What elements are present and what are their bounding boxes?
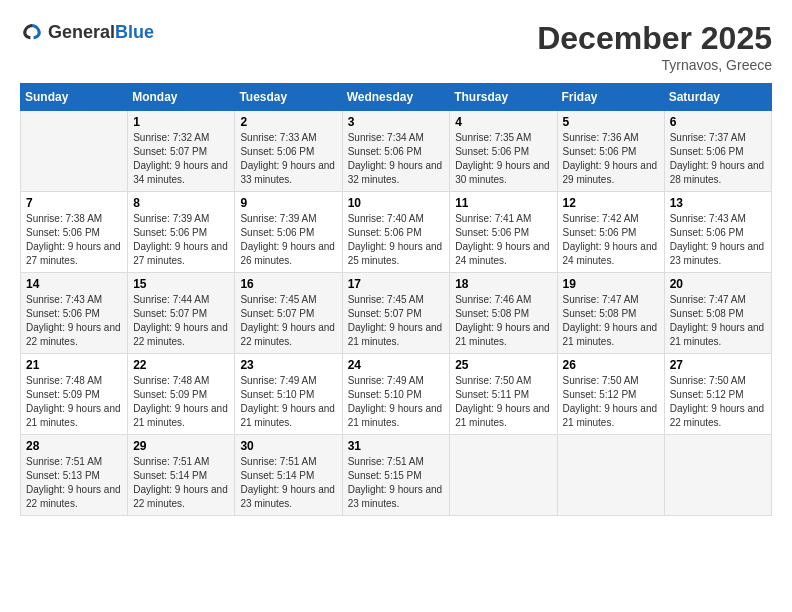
day-info: Sunrise: 7:48 AMSunset: 5:09 PMDaylight:… <box>26 374 122 430</box>
day-info: Sunrise: 7:42 AMSunset: 5:06 PMDaylight:… <box>563 212 659 268</box>
day-number: 11 <box>455 196 551 210</box>
header-thursday: Thursday <box>450 84 557 111</box>
calendar-cell: 2Sunrise: 7:33 AMSunset: 5:06 PMDaylight… <box>235 111 342 192</box>
calendar-cell: 6Sunrise: 7:37 AMSunset: 5:06 PMDaylight… <box>664 111 771 192</box>
header-monday: Monday <box>128 84 235 111</box>
day-info: Sunrise: 7:41 AMSunset: 5:06 PMDaylight:… <box>455 212 551 268</box>
day-info: Sunrise: 7:51 AMSunset: 5:14 PMDaylight:… <box>240 455 336 511</box>
calendar-week-5: 28Sunrise: 7:51 AMSunset: 5:13 PMDayligh… <box>21 435 772 516</box>
day-info: Sunrise: 7:47 AMSunset: 5:08 PMDaylight:… <box>563 293 659 349</box>
calendar-cell: 19Sunrise: 7:47 AMSunset: 5:08 PMDayligh… <box>557 273 664 354</box>
header: GeneralBlue December 2025 Tyrnavos, Gree… <box>20 20 772 73</box>
calendar-cell: 31Sunrise: 7:51 AMSunset: 5:15 PMDayligh… <box>342 435 450 516</box>
calendar-cell <box>557 435 664 516</box>
calendar-cell: 17Sunrise: 7:45 AMSunset: 5:07 PMDayligh… <box>342 273 450 354</box>
day-info: Sunrise: 7:39 AMSunset: 5:06 PMDaylight:… <box>133 212 229 268</box>
day-number: 27 <box>670 358 766 372</box>
calendar-cell: 7Sunrise: 7:38 AMSunset: 5:06 PMDaylight… <box>21 192 128 273</box>
day-number: 29 <box>133 439 229 453</box>
day-number: 1 <box>133 115 229 129</box>
calendar-week-1: 1Sunrise: 7:32 AMSunset: 5:07 PMDaylight… <box>21 111 772 192</box>
day-info: Sunrise: 7:49 AMSunset: 5:10 PMDaylight:… <box>240 374 336 430</box>
calendar-cell: 11Sunrise: 7:41 AMSunset: 5:06 PMDayligh… <box>450 192 557 273</box>
day-number: 6 <box>670 115 766 129</box>
day-info: Sunrise: 7:45 AMSunset: 5:07 PMDaylight:… <box>348 293 445 349</box>
calendar-cell: 29Sunrise: 7:51 AMSunset: 5:14 PMDayligh… <box>128 435 235 516</box>
day-info: Sunrise: 7:35 AMSunset: 5:06 PMDaylight:… <box>455 131 551 187</box>
day-number: 22 <box>133 358 229 372</box>
day-info: Sunrise: 7:34 AMSunset: 5:06 PMDaylight:… <box>348 131 445 187</box>
calendar-cell: 20Sunrise: 7:47 AMSunset: 5:08 PMDayligh… <box>664 273 771 354</box>
header-wednesday: Wednesday <box>342 84 450 111</box>
calendar-cell: 27Sunrise: 7:50 AMSunset: 5:12 PMDayligh… <box>664 354 771 435</box>
calendar-cell: 21Sunrise: 7:48 AMSunset: 5:09 PMDayligh… <box>21 354 128 435</box>
day-number: 26 <box>563 358 659 372</box>
day-number: 25 <box>455 358 551 372</box>
day-number: 8 <box>133 196 229 210</box>
logo: GeneralBlue <box>20 20 154 44</box>
calendar-cell <box>450 435 557 516</box>
day-info: Sunrise: 7:51 AMSunset: 5:15 PMDaylight:… <box>348 455 445 511</box>
day-info: Sunrise: 7:44 AMSunset: 5:07 PMDaylight:… <box>133 293 229 349</box>
day-number: 13 <box>670 196 766 210</box>
calendar-cell: 25Sunrise: 7:50 AMSunset: 5:11 PMDayligh… <box>450 354 557 435</box>
day-number: 12 <box>563 196 659 210</box>
calendar-week-4: 21Sunrise: 7:48 AMSunset: 5:09 PMDayligh… <box>21 354 772 435</box>
day-number: 2 <box>240 115 336 129</box>
day-number: 21 <box>26 358 122 372</box>
day-number: 15 <box>133 277 229 291</box>
calendar-cell: 9Sunrise: 7:39 AMSunset: 5:06 PMDaylight… <box>235 192 342 273</box>
calendar-cell: 3Sunrise: 7:34 AMSunset: 5:06 PMDaylight… <box>342 111 450 192</box>
day-info: Sunrise: 7:43 AMSunset: 5:06 PMDaylight:… <box>26 293 122 349</box>
day-info: Sunrise: 7:49 AMSunset: 5:10 PMDaylight:… <box>348 374 445 430</box>
day-info: Sunrise: 7:38 AMSunset: 5:06 PMDaylight:… <box>26 212 122 268</box>
calendar-cell: 16Sunrise: 7:45 AMSunset: 5:07 PMDayligh… <box>235 273 342 354</box>
calendar-cell: 18Sunrise: 7:46 AMSunset: 5:08 PMDayligh… <box>450 273 557 354</box>
calendar-week-3: 14Sunrise: 7:43 AMSunset: 5:06 PMDayligh… <box>21 273 772 354</box>
day-info: Sunrise: 7:32 AMSunset: 5:07 PMDaylight:… <box>133 131 229 187</box>
day-number: 28 <box>26 439 122 453</box>
logo-text: GeneralBlue <box>48 22 154 43</box>
day-info: Sunrise: 7:47 AMSunset: 5:08 PMDaylight:… <box>670 293 766 349</box>
day-info: Sunrise: 7:48 AMSunset: 5:09 PMDaylight:… <box>133 374 229 430</box>
day-info: Sunrise: 7:33 AMSunset: 5:06 PMDaylight:… <box>240 131 336 187</box>
calendar-cell: 24Sunrise: 7:49 AMSunset: 5:10 PMDayligh… <box>342 354 450 435</box>
calendar-cell: 30Sunrise: 7:51 AMSunset: 5:14 PMDayligh… <box>235 435 342 516</box>
calendar-week-2: 7Sunrise: 7:38 AMSunset: 5:06 PMDaylight… <box>21 192 772 273</box>
day-info: Sunrise: 7:50 AMSunset: 5:11 PMDaylight:… <box>455 374 551 430</box>
day-number: 18 <box>455 277 551 291</box>
calendar-cell: 15Sunrise: 7:44 AMSunset: 5:07 PMDayligh… <box>128 273 235 354</box>
calendar-body: 1Sunrise: 7:32 AMSunset: 5:07 PMDaylight… <box>21 111 772 516</box>
header-sunday: Sunday <box>21 84 128 111</box>
calendar-cell: 12Sunrise: 7:42 AMSunset: 5:06 PMDayligh… <box>557 192 664 273</box>
calendar-cell: 14Sunrise: 7:43 AMSunset: 5:06 PMDayligh… <box>21 273 128 354</box>
day-number: 20 <box>670 277 766 291</box>
calendar-cell: 22Sunrise: 7:48 AMSunset: 5:09 PMDayligh… <box>128 354 235 435</box>
day-info: Sunrise: 7:36 AMSunset: 5:06 PMDaylight:… <box>563 131 659 187</box>
calendar-header: SundayMondayTuesdayWednesdayThursdayFrid… <box>21 84 772 111</box>
day-info: Sunrise: 7:46 AMSunset: 5:08 PMDaylight:… <box>455 293 551 349</box>
day-info: Sunrise: 7:51 AMSunset: 5:13 PMDaylight:… <box>26 455 122 511</box>
day-info: Sunrise: 7:50 AMSunset: 5:12 PMDaylight:… <box>563 374 659 430</box>
day-info: Sunrise: 7:40 AMSunset: 5:06 PMDaylight:… <box>348 212 445 268</box>
day-number: 14 <box>26 277 122 291</box>
calendar-cell: 8Sunrise: 7:39 AMSunset: 5:06 PMDaylight… <box>128 192 235 273</box>
day-number: 10 <box>348 196 445 210</box>
calendar-cell: 10Sunrise: 7:40 AMSunset: 5:06 PMDayligh… <box>342 192 450 273</box>
calendar-cell: 1Sunrise: 7:32 AMSunset: 5:07 PMDaylight… <box>128 111 235 192</box>
logo-general: General <box>48 22 115 42</box>
calendar-cell: 23Sunrise: 7:49 AMSunset: 5:10 PMDayligh… <box>235 354 342 435</box>
day-number: 4 <box>455 115 551 129</box>
day-number: 16 <box>240 277 336 291</box>
header-saturday: Saturday <box>664 84 771 111</box>
header-tuesday: Tuesday <box>235 84 342 111</box>
calendar-cell: 28Sunrise: 7:51 AMSunset: 5:13 PMDayligh… <box>21 435 128 516</box>
day-info: Sunrise: 7:43 AMSunset: 5:06 PMDaylight:… <box>670 212 766 268</box>
day-number: 31 <box>348 439 445 453</box>
day-number: 3 <box>348 115 445 129</box>
day-info: Sunrise: 7:45 AMSunset: 5:07 PMDaylight:… <box>240 293 336 349</box>
header-friday: Friday <box>557 84 664 111</box>
day-number: 17 <box>348 277 445 291</box>
calendar-table: SundayMondayTuesdayWednesdayThursdayFrid… <box>20 83 772 516</box>
calendar-cell: 13Sunrise: 7:43 AMSunset: 5:06 PMDayligh… <box>664 192 771 273</box>
